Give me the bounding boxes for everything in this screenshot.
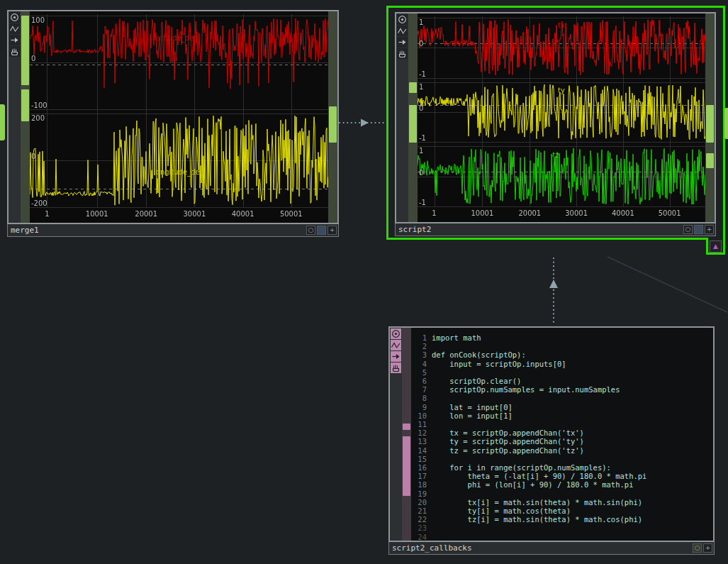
add-button[interactable]: + <box>705 225 714 234</box>
code-line: 18 phi = (lon[i] + 90) / 180.0 * math.pi <box>414 480 713 489</box>
graph-mode-icon-button[interactable] <box>391 340 401 350</box>
code-line: 13 ty = scriptOp.appendChan('ty') <box>414 437 713 446</box>
code-text: tx = scriptOp.appendChan('tx') <box>432 428 584 437</box>
line-number: 21 <box>414 507 427 515</box>
y-tick-label: -1 <box>419 199 426 206</box>
code-line: 15 <box>414 455 713 463</box>
script2-viewer: 10-1tx10-1ty10-1tz1100012000130001400015… <box>395 12 716 223</box>
left-range-strip[interactable] <box>21 11 30 223</box>
jump-to-icon-button[interactable] <box>397 37 408 48</box>
graph-mode-icon-button[interactable] <box>9 23 20 34</box>
code-line: 12 tx = scriptOp.appendChan('tx') <box>414 428 713 437</box>
name-bar-buttons: ○+ <box>693 543 712 553</box>
code-line: 4 input = scriptOp.inputs[0] <box>414 360 713 368</box>
node-name-label: script2 <box>398 225 683 234</box>
dat-name-bar[interactable]: script2_callbacks ○+ <box>388 542 715 555</box>
y-tick-label: 1 <box>419 18 423 26</box>
x-tick-label: 1 <box>432 209 436 217</box>
wire-arrow-right <box>361 119 369 127</box>
display-button[interactable] <box>694 225 703 234</box>
code-line: 14 tz = scriptOp.appendChan('tz') <box>414 446 713 455</box>
y-tick-label: 0 <box>419 169 423 177</box>
y-tick-label: 0 <box>419 40 423 48</box>
interact-icon-button[interactable] <box>397 48 408 59</box>
merge1-plot-area[interactable]: 1000-100latitude_deg2000-200longitude_de… <box>30 11 328 223</box>
x-tick-label: 10001 <box>471 209 493 217</box>
code-line: 22 tz[i] = math.sin(theta) * math.cos(ph… <box>414 515 713 524</box>
range-segment[interactable] <box>403 436 410 496</box>
add-button[interactable]: + <box>327 226 337 235</box>
script2-plot-area[interactable]: 10-1tx10-1ty10-1tz1100012000130001400015… <box>418 13 705 222</box>
dock-indicator-button[interactable]: ▲ <box>710 240 722 253</box>
display-toggle-icon-button[interactable] <box>9 12 20 23</box>
script2-name-bar[interactable]: script2 ○+ <box>395 223 716 236</box>
graph-mode-icon-button[interactable] <box>397 26 408 36</box>
dat-code-area[interactable]: 1import math23def onCook(scriptOp):4 inp… <box>411 328 713 541</box>
code-text: scriptOp.numSamples = input.numSamples <box>432 385 620 394</box>
jump-to-icon-button[interactable] <box>391 351 401 362</box>
code-text: phi = (lon[i] + 90) / 180.0 * math.pi <box>432 480 633 489</box>
left-range-strip[interactable] <box>402 328 411 541</box>
range-segment[interactable] <box>409 105 417 143</box>
x-tick-label: 40001 <box>612 209 634 217</box>
body-button[interactable]: ○ <box>306 226 315 235</box>
body-button[interactable]: ○ <box>683 225 693 234</box>
display-button[interactable] <box>317 226 326 235</box>
interact-icon-button[interactable] <box>391 363 401 373</box>
line-number: 6 <box>414 377 427 385</box>
connector-tab-right-edge[interactable] <box>724 108 728 139</box>
node-script2-callbacks[interactable]: 1import math23def onCook(scriptOp):4 inp… <box>388 326 715 555</box>
script2-plot-canvas <box>418 13 705 222</box>
y-tick-label: 100 <box>31 16 45 24</box>
jump-to-icon-button[interactable] <box>9 35 20 45</box>
channel-name-label: longitude_deg <box>154 168 204 176</box>
node-name-label: merge1 <box>11 226 306 235</box>
code-text: tz[i] = math.sin(theta) * math.cos(phi) <box>432 515 642 524</box>
network-editor[interactable]: 1000-100latitude_deg2000-200longitude_de… <box>0 0 728 564</box>
x-tick-label: 20001 <box>518 209 541 217</box>
y-tick-label: 0 <box>31 153 35 160</box>
code-text: input = scriptOp.inputs[0] <box>432 360 566 368</box>
line-number: 15 <box>414 455 427 463</box>
right-range-strip[interactable] <box>705 13 715 222</box>
range-segment[interactable] <box>21 89 29 121</box>
x-tick-label: 20001 <box>135 210 157 218</box>
line-number: 20 <box>414 498 427 507</box>
range-segment[interactable] <box>21 16 29 85</box>
code-line: 9 lat = input[0] <box>414 403 713 411</box>
display-toggle-icon-button[interactable] <box>391 328 401 339</box>
channel-name-label: tx <box>558 21 565 29</box>
y-tick-label: -1 <box>419 70 426 78</box>
display-toggle-icon-button[interactable] <box>397 14 408 25</box>
body-button[interactable]: ○ <box>693 543 702 553</box>
range-segment[interactable] <box>329 106 337 143</box>
line-number: 13 <box>414 437 427 446</box>
range-segment[interactable] <box>409 82 417 93</box>
y-tick-label: -1 <box>419 134 426 142</box>
node-name-label: script2_callbacks <box>392 543 693 553</box>
code-text: import math <box>432 333 481 342</box>
code-line: 1import math <box>414 333 713 342</box>
code-line: 2 <box>414 342 713 350</box>
range-segment[interactable] <box>403 424 410 430</box>
interact-icon-button[interactable] <box>9 46 20 57</box>
add-button[interactable]: + <box>703 543 712 553</box>
range-segment[interactable] <box>706 105 714 143</box>
code-line: 5 <box>414 368 713 377</box>
channel-name-label: tz <box>552 151 559 159</box>
x-tick-label: 1 <box>45 210 49 218</box>
line-number: 18 <box>414 480 427 489</box>
code-line: 19 <box>414 490 713 498</box>
viewer-button-column <box>390 328 402 541</box>
code-line: 8 <box>414 394 713 402</box>
merge1-name-bar[interactable]: merge1 ○+ <box>7 224 339 237</box>
right-range-strip[interactable] <box>328 11 337 223</box>
range-segment[interactable] <box>706 153 714 168</box>
code-text: def onCook(scriptOp): <box>432 350 526 359</box>
node-merge1[interactable]: 1000-100latitude_deg2000-200longitude_de… <box>7 10 339 237</box>
code-text: ty = scriptOp.appendChan('ty') <box>432 437 584 446</box>
left-range-strip[interactable] <box>408 13 418 222</box>
node-script2[interactable]: 10-1tx10-1ty10-1tz1100012000130001400015… <box>395 12 716 236</box>
connector-tab-left-edge[interactable] <box>0 104 5 140</box>
dat-viewer: 1import math23def onCook(scriptOp):4 inp… <box>388 326 715 542</box>
